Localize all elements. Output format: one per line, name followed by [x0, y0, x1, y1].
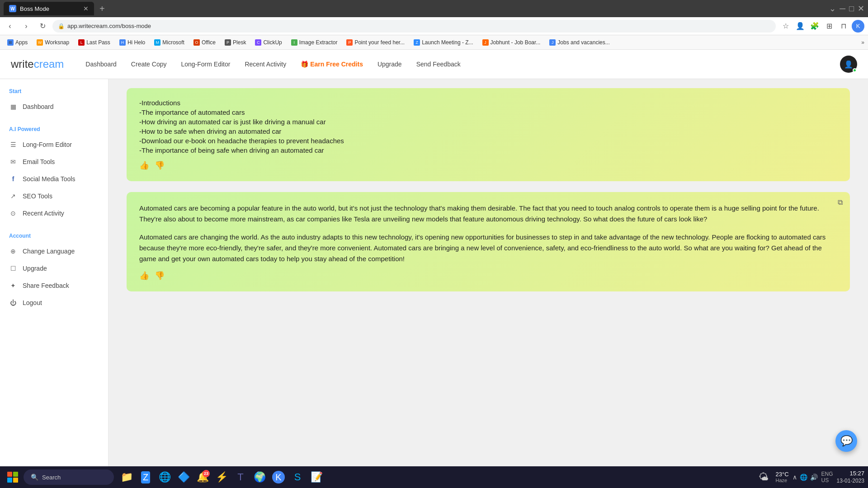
taskbar-app-teams[interactable]: T: [231, 468, 250, 486]
weather-info: 23°C Haze: [776, 471, 789, 483]
bookmark-apps[interactable]: ⊞ Apps: [4, 38, 31, 47]
taskbar-search-bar[interactable]: 🔍 Search: [24, 469, 114, 485]
bookmark-jobhunt-label: Jobhunt - Job Boar...: [491, 39, 541, 46]
sidebar-item-share-feedback[interactable]: ✦ Share Feedback: [0, 277, 108, 294]
thumbs-down-button-2[interactable]: 👎: [155, 271, 165, 281]
thumbs-up-button[interactable]: 👍: [139, 160, 149, 170]
bookmark-jobs-label: Jobs and vacancies...: [557, 39, 609, 46]
taskbar-app-vscode[interactable]: ⚡: [212, 468, 231, 486]
sidebar-item-dashboard[interactable]: ▦ Dashboard: [0, 98, 108, 115]
sidebar-item-language[interactable]: ⊕ Change Language: [0, 243, 108, 260]
nav-dashboard[interactable]: Dashboard: [85, 61, 117, 68]
active-tab[interactable]: W Boss Mode ✕: [4, 2, 94, 15]
bookmark-imageextractor[interactable]: I Image Extractor: [288, 38, 341, 47]
taskbar-app-chrome2[interactable]: 🌍: [250, 468, 269, 486]
bookmark-microsoft[interactable]: M Microsoft: [151, 38, 188, 47]
nav-feedback[interactable]: Send Feedback: [416, 61, 461, 68]
system-tray-expand[interactable]: ∧: [793, 474, 797, 481]
taskbar-pinned-apps: 📁 Z 🌐 🔷 🔔 23 ⚡ T 🌍 K S 📝: [118, 468, 326, 486]
longform-icon: ☰: [9, 141, 17, 149]
taskbar-app-k[interactable]: K: [269, 468, 288, 486]
tab-list-icon[interactable]: ⌄: [829, 4, 836, 14]
navigation-bar: ‹ › ↻ 🔒 app.writecream.com/boss-mode ☆ 👤…: [0, 17, 868, 35]
minimize-icon[interactable]: ─: [840, 4, 845, 14]
app-logo[interactable]: writecream: [11, 58, 64, 70]
sidebar-logout-label: Logout: [23, 299, 42, 306]
taskbar-app-fileexplorer[interactable]: 📁: [118, 468, 136, 486]
bookmark-jobhunt[interactable]: J Jobhunt - Job Boar...: [479, 38, 544, 47]
close-window-icon[interactable]: ✕: [858, 4, 864, 14]
tab-close-button[interactable]: ✕: [83, 5, 89, 12]
sidebar-item-longform[interactable]: ☰ Long-Form Editor: [0, 136, 108, 153]
sidebar-item-recent[interactable]: ⊙ Recent Activity: [0, 205, 108, 222]
tab-bar: W Boss Mode ✕ + ⌄ ─ □ ✕: [0, 0, 868, 17]
clock[interactable]: 15:27 13-01-2023: [837, 470, 864, 484]
bookmark-jobs[interactable]: J Jobs and vacancies...: [546, 38, 613, 47]
app-container: writecream Dashboard Create Copy Long-Fo…: [0, 50, 868, 466]
sidebar-item-social[interactable]: f Social Media Tools: [0, 170, 108, 188]
forward-button[interactable]: ›: [20, 20, 33, 33]
taskbar-app-zoom[interactable]: Z: [137, 468, 155, 486]
system-tray: ∧ 🌐 🔊: [793, 474, 818, 481]
card1-actions: 👍 👎: [139, 160, 837, 170]
card2-paragraph-2: Automated cars are changing the world. A…: [139, 232, 837, 264]
sidebar-item-email[interactable]: ✉ Email Tools: [0, 153, 108, 170]
windows-logo-icon: [7, 472, 18, 483]
network-icon[interactable]: 🌐: [800, 474, 807, 481]
copy-button[interactable]: ⧉: [838, 198, 843, 206]
taskbar-app-notifications[interactable]: 🔔 23: [193, 468, 212, 486]
bookmark-microsoft-label: Microsoft: [162, 39, 184, 46]
bookmark-clickup[interactable]: C ClickUp: [251, 38, 285, 47]
bookmark-plesk[interactable]: P Plesk: [221, 38, 250, 47]
time-display: 15:27: [837, 470, 864, 478]
taskbar-app-skype[interactable]: S: [288, 468, 307, 486]
profiles-icon[interactable]: ⊓: [837, 20, 850, 33]
nav-long-form[interactable]: Long-Form Editor: [181, 61, 230, 68]
lock-icon: 🔒: [58, 23, 65, 29]
start-button[interactable]: [4, 468, 22, 486]
logout-icon: ⏻: [9, 299, 17, 307]
bookmark-star-icon[interactable]: ☆: [779, 20, 792, 33]
bookmarks-more-icon[interactable]: »: [861, 39, 864, 46]
nav-earn[interactable]: Earn Free Credits: [301, 61, 363, 68]
nav-create-copy[interactable]: Create Copy: [131, 61, 167, 68]
bookmark-zoom[interactable]: Z Launch Meeting - Z...: [410, 38, 476, 47]
reload-button[interactable]: ↻: [36, 20, 49, 33]
bookmark-office[interactable]: O Office: [190, 38, 219, 47]
nav-recent[interactable]: Recent Activity: [245, 61, 286, 68]
sidebar-item-upgrade[interactable]: ☐ Upgrade: [0, 260, 108, 277]
extensions-icon[interactable]: 🧩: [808, 20, 821, 33]
maximize-icon[interactable]: □: [849, 4, 854, 14]
address-bar[interactable]: 🔒 app.writecream.com/boss-mode: [52, 20, 776, 33]
email-icon: ✉: [9, 158, 17, 166]
sidebar-item-seo[interactable]: ↗ SEO Tools: [0, 188, 108, 205]
bookmark-lastpass[interactable]: L Last Pass: [75, 38, 114, 47]
list-item: -How driving an automated car is just li…: [139, 118, 837, 126]
chat-widget-button[interactable]: 💬: [835, 430, 857, 452]
nav-upgrade[interactable]: Upgrade: [377, 61, 402, 68]
bookmark-pointfeed[interactable]: P Point your feed her...: [343, 38, 408, 47]
sidebar-upgrade-label: Upgrade: [23, 265, 47, 272]
sidebar-longform-label: Long-Form Editor: [23, 141, 72, 148]
bookmark-zoom-icon: Z: [414, 39, 420, 46]
taskbar-app-notes[interactable]: 📝: [307, 468, 326, 486]
sidebar-share-feedback-label: Share Feedback: [23, 282, 69, 289]
thumbs-up-button-2[interactable]: 👍: [139, 271, 149, 281]
bookmark-hihelo[interactable]: H Hi Helo: [116, 38, 149, 47]
volume-icon[interactable]: 🔊: [810, 474, 818, 481]
sidebar-item-logout[interactable]: ⏻ Logout: [0, 294, 108, 311]
bookmark-lastpass-icon: L: [78, 39, 85, 46]
taskbar-app-chrome[interactable]: 🌐: [156, 468, 174, 486]
bookmark-worksnap[interactable]: W Worksnap: [33, 38, 73, 47]
thumbs-down-button[interactable]: 👎: [155, 160, 165, 170]
sidebar-recent-label: Recent Activity: [23, 210, 64, 217]
back-button[interactable]: ‹: [4, 20, 16, 33]
user-avatar-icon[interactable]: K: [852, 20, 864, 33]
new-tab-button[interactable]: +: [96, 2, 108, 16]
main-layout: Start ▦ Dashboard A.I Powered ☰ Long-For…: [0, 79, 868, 466]
user-avatar[interactable]: 👤: [840, 56, 857, 73]
taskbar-app-edge[interactable]: 🔷: [175, 468, 193, 486]
tab-groups-icon[interactable]: ⊞: [823, 20, 835, 33]
sidebar-language-label: Change Language: [23, 248, 75, 255]
profile-icon[interactable]: 👤: [794, 20, 807, 33]
